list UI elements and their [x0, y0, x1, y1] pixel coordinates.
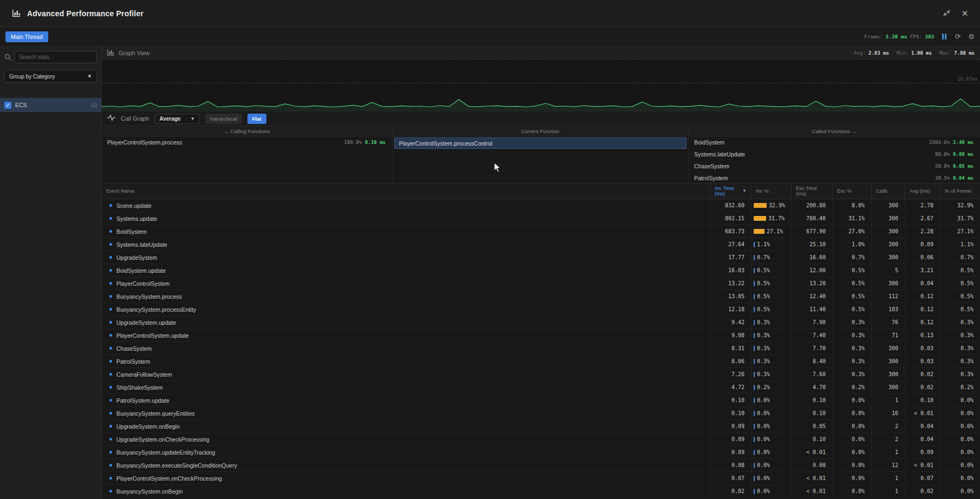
- table-row[interactable]: UpgradeSystem 17.77 0.7% 16.60 0.7% 300 …: [102, 251, 980, 264]
- table-row[interactable]: BuoyancySystem.process 13.05 0.5% 12.40 …: [102, 290, 980, 303]
- aggregation-select[interactable]: Average ▼: [155, 114, 200, 124]
- exc-pct-cell: 0.0%: [833, 472, 872, 484]
- event-name: UpgradeSystem.onBegin: [116, 423, 180, 430]
- event-dot-icon: [109, 490, 112, 493]
- group-by-select[interactable]: Group by Category ▼: [4, 70, 97, 83]
- filter-tag[interactable]: [24, 89, 31, 94]
- table-row[interactable]: BoidSystem.update 16.03 0.5% 12.00 0.5% …: [102, 264, 980, 277]
- minimize-icon[interactable]: [939, 7, 954, 20]
- table-row[interactable]: PlayerControlSystem 13.22 0.5% 13.20 0.5…: [102, 277, 980, 290]
- table-row[interactable]: PatrolSystem.update 0.10 0.0% 0.10 0.0% …: [102, 394, 980, 407]
- header-exc-pct[interactable]: Exc %: [833, 183, 872, 199]
- table-row[interactable]: BuoyancySystem.onBegin 0.02 0.0% < 0.01 …: [102, 485, 980, 498]
- table-row[interactable]: Systems.update 802.15 31.7% 780.40 31.1%…: [102, 212, 980, 225]
- category-count: (1): [91, 102, 97, 108]
- inc-pct-cell: 0.5%: [752, 290, 792, 303]
- table-row[interactable]: Scene.update 832.60 32.9% 200.80 8.0% 30…: [102, 199, 980, 212]
- inc-pct-cell: 0.2%: [752, 381, 792, 393]
- pause-icon[interactable]: [942, 34, 947, 40]
- calling-function-row[interactable]: PlayerControlSystem.process 100.0% 0.10 …: [102, 136, 392, 148]
- flat-button[interactable]: Flat: [247, 114, 266, 124]
- calling-functions-header: → Calling Functions: [102, 126, 393, 136]
- close-icon[interactable]: ✕: [957, 7, 972, 20]
- inc-pct-cell: 27.1%: [752, 225, 792, 238]
- filter-tag[interactable]: [14, 89, 22, 94]
- called-function-row[interactable]: BoidSystem 2484.6% 2.48 ms: [689, 136, 980, 148]
- event-dot-icon: [109, 217, 112, 220]
- exc-time-cell: 16.60: [792, 251, 833, 264]
- header-exc-time[interactable]: Exc Time (ms): [792, 183, 833, 199]
- hierarchical-button[interactable]: Hierarchical: [205, 114, 242, 124]
- inc-time-cell: 0.10: [710, 407, 752, 419]
- table-row[interactable]: ShipShakeSystem 4.72 0.2% 4.70 0.2% 300 …: [102, 381, 980, 394]
- table-row[interactable]: PatrolSystem 8.06 0.3% 8.40 0.3% 300 0.0…: [102, 355, 980, 368]
- sidebar-item-ecs[interactable]: ✓ ECS (1): [0, 98, 101, 112]
- event-name: BuoyancySystem.updateEntityTracking: [116, 449, 215, 456]
- frame-pct-cell: 0.3%: [940, 342, 980, 354]
- avg-cell: 0.04: [905, 420, 940, 432]
- frame-time-graph[interactable]: 16.67ms: [102, 60, 980, 111]
- graph-view-header: Graph View Avg: 2.83 ms Min: 1.90 ms Max…: [102, 47, 980, 60]
- event-name: BoidSystem.update: [116, 267, 166, 274]
- table-row[interactable]: BuoyancySystem.queryEntities 0.10 0.0% 0…: [102, 407, 980, 420]
- header-inc-time[interactable]: Inc Time (ms) ▼: [710, 183, 752, 199]
- inc-pct-cell: 0.0%: [752, 407, 792, 419]
- main-thread-button[interactable]: Main Thread: [5, 31, 48, 42]
- frame-pct-cell: 0.3%: [940, 368, 980, 380]
- calls-cell: 300: [872, 277, 905, 290]
- current-function-header: Current Function: [393, 126, 689, 136]
- header-avg[interactable]: Avg (ms): [905, 183, 940, 199]
- exc-pct-cell: 0.0%: [833, 407, 872, 419]
- table-row[interactable]: PlayerControlSystem.update 9.08 0.3% 7.4…: [102, 329, 980, 342]
- table-row[interactable]: PlayerControlSystem.onCheckProcessing 0.…: [102, 472, 980, 485]
- header-calls[interactable]: Calls: [872, 183, 905, 199]
- exc-pct-cell: 0.0%: [833, 459, 872, 471]
- event-name: PlayerControlSystem: [116, 280, 170, 287]
- header-frame-pct[interactable]: % of Frame: [940, 183, 980, 199]
- filter-tag[interactable]: [4, 89, 12, 94]
- checkbox-checked-icon[interactable]: ✓: [4, 102, 11, 109]
- calls-cell: 300: [872, 225, 905, 238]
- table-row[interactable]: BuoyancySystem.processEntity 12.18 0.5% …: [102, 303, 980, 316]
- table-row[interactable]: UpgradeSystem.onCheckProcessing 0.09 0.0…: [102, 433, 980, 446]
- header-inc-pct[interactable]: Inc %: [752, 183, 792, 199]
- current-function-box[interactable]: PlayerControlSystem.processControl: [394, 137, 687, 149]
- table-row[interactable]: BuoyancySystem.updateEntityTracking 0.09…: [102, 446, 980, 459]
- called-function-row[interactable]: ChaseSystem 50.0% 0.05 ms: [689, 160, 980, 172]
- table-row[interactable]: UpgradeSystem.onBegin 0.09 0.0% 0.05 0.0…: [102, 420, 980, 433]
- filter-tag[interactable]: [34, 89, 41, 94]
- inc-pct-bar: [754, 437, 755, 442]
- avg-cell: 3.21: [905, 264, 940, 277]
- calls-cell: 300: [872, 238, 905, 251]
- called-function-row[interactable]: Systems.lateUpdate 90.0% 0.09 ms: [689, 148, 980, 160]
- exc-pct-cell: 0.3%: [833, 329, 872, 342]
- search-input[interactable]: [15, 51, 97, 63]
- avg-cell: 0.12: [905, 316, 940, 329]
- table-row[interactable]: Systems.lateUpdate 27.64 1.1% 25.10 1.0%…: [102, 238, 980, 251]
- inc-pct-bar: [754, 463, 755, 468]
- exc-pct-cell: 31.1%: [833, 212, 872, 225]
- exc-pct-cell: 0.7%: [833, 251, 872, 264]
- graph-stats: Avg: 2.83 ms Min: 1.90 ms Max: 7.80 ms: [854, 50, 975, 56]
- frame-value: 3.30 ms: [885, 34, 907, 40]
- table-row[interactable]: ChaseSystem 8.31 0.3% 7.70 0.3% 300 0.03…: [102, 342, 980, 355]
- table-row[interactable]: UpgradeSystem.update 9.42 0.3% 7.90 0.3%…: [102, 316, 980, 329]
- inc-time-cell: 9.08: [710, 329, 752, 342]
- table-row[interactable]: BuoyancySystem.executeSingleConditionQue…: [102, 459, 980, 472]
- gear-icon[interactable]: ⚙: [968, 33, 975, 40]
- header-event-name[interactable]: Event Name: [102, 183, 710, 199]
- inc-pct-bar: [754, 281, 755, 286]
- frame-stats: Frame: 3.30 ms FPS: 303: [864, 34, 934, 40]
- inc-time-cell: 683.73: [710, 225, 752, 238]
- table-row[interactable]: CameraFollowSystem 7.26 0.3% 7.60 0.3% 3…: [102, 368, 980, 381]
- group-by-value: Group by Category: [9, 74, 55, 80]
- refresh-icon[interactable]: ⟳: [955, 33, 961, 40]
- calls-cell: 2: [872, 420, 905, 432]
- avg-cell: 2.67: [905, 212, 940, 225]
- called-function-row[interactable]: PatrolSystem 38.5% 0.04 ms: [689, 172, 980, 183]
- event-name: BoidSystem: [116, 228, 147, 235]
- frame-pct-cell: 0.0%: [940, 446, 980, 458]
- exc-time-cell: 8.40: [792, 355, 833, 367]
- table-row[interactable]: BoidSystem 683.73 27.1% 677.90 27.0% 300…: [102, 225, 980, 238]
- inc-time-cell: 12.18: [710, 303, 752, 316]
